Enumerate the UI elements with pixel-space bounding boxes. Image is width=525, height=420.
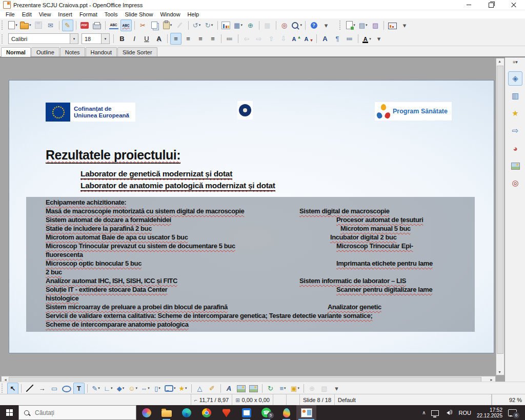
close-button[interactable] (502, 0, 525, 10)
new-slide-button[interactable]: ▾ (345, 19, 356, 31)
menu-view[interactable]: View (35, 11, 55, 18)
page-style-cell[interactable]: Default (335, 394, 492, 406)
clock[interactable]: 17:52 22.12.2025 (477, 407, 502, 418)
chevron-down-icon[interactable]: ▾ (101, 34, 109, 44)
insert-table-button[interactable]: ▦▾ (233, 19, 244, 31)
underline-button[interactable]: U (141, 33, 152, 45)
restore-button[interactable] (480, 0, 502, 10)
dropdown-arrow-icon[interactable]: ▾ (174, 386, 176, 390)
toolbar-grip[interactable] (2, 21, 5, 30)
bullets-numbering-button[interactable]: ≔ (344, 33, 355, 45)
taskbar-edge-button[interactable] (176, 405, 196, 420)
dropdown-arrow-icon[interactable]: ▾ (111, 386, 113, 390)
align-left-button[interactable]: ≡ (170, 33, 181, 45)
vertical-scrollbar[interactable]: ▴ ▾ (496, 58, 504, 375)
menu-insert[interactable]: Insert (54, 11, 76, 18)
fontwork-button[interactable]: A (224, 383, 235, 394)
edit-points-button[interactable]: △ (194, 383, 206, 394)
undo-button[interactable]: ↺▾ (191, 19, 203, 31)
auto-spellcheck-button[interactable]: ABC (120, 19, 132, 31)
arrange-button[interactable]: ▣▾ (290, 383, 301, 394)
basic-shapes-button[interactable]: ◆▾ (115, 383, 126, 394)
toolbar-more-button[interactable]: ▾ (331, 383, 342, 394)
symbol-shapes-button[interactable]: ☺▾ (127, 383, 138, 394)
menu-slide-show[interactable]: Slide Show (121, 11, 156, 18)
paste-button[interactable]: ▾ (162, 19, 173, 31)
arrow-button[interactable]: → (36, 383, 48, 394)
toolbar-grip[interactable] (2, 34, 5, 44)
new-document-button[interactable]: ▾ (7, 19, 18, 31)
scroll-up-icon[interactable]: ▴ (496, 59, 503, 64)
redo-button[interactable]: ↻▾ (204, 19, 215, 31)
taskbar-chrome-button[interactable] (196, 405, 216, 420)
taskbar-whatsapp-button[interactable]: ☎5 (256, 405, 276, 420)
dropdown-arrow-icon[interactable]: ▾ (369, 37, 371, 41)
picture-from-file-button[interactable] (236, 383, 247, 394)
dropdown-arrow-icon[interactable]: ▾ (185, 386, 187, 390)
start-button[interactable] (0, 405, 18, 420)
print-button[interactable] (91, 19, 103, 31)
slide-subtitle-2[interactable]: Laborator de anatomie patologică moderni… (80, 181, 275, 190)
notification-center-icon[interactable]: 6 (508, 409, 517, 416)
paragraph-dialog-button[interactable]: ¶ (332, 33, 343, 45)
connector-button[interactable]: ∟▾ (103, 383, 114, 394)
callouts-button[interactable]: ▾ (164, 383, 176, 394)
search-input[interactable] (34, 409, 118, 417)
copy-button[interactable] (150, 19, 161, 31)
insert-chart-button[interactable] (220, 19, 232, 31)
taskbar-impress-button[interactable] (296, 405, 316, 420)
alignment-button[interactable]: ≡▾ (277, 383, 289, 394)
sidebar-tab-custom-animation[interactable]: ★ (508, 106, 522, 121)
font-name-select[interactable]: Calibri ▾ (8, 33, 78, 44)
taskbar-paint-drop-button[interactable] (276, 405, 296, 420)
export-pdf-button[interactable]: PDF (79, 19, 90, 31)
minimize-button[interactable] (457, 0, 480, 10)
navigator-button[interactable]: ◎ (279, 19, 290, 31)
font-size-select[interactable]: 18 ▾ (82, 33, 110, 44)
menu-window[interactable]: Window (156, 11, 184, 18)
toolbar-more-button[interactable]: ▾ (320, 19, 332, 31)
increase-font-button[interactable]: A (290, 33, 301, 45)
dropdown-arrow-icon[interactable]: ▾ (170, 23, 172, 27)
toolbar-grip[interactable] (339, 21, 343, 30)
slide-layout-button[interactable]: ▤▾ (357, 19, 369, 31)
sidebar-tab-styles[interactable]: ◕ (508, 141, 522, 155)
sidebar-tab-master-pages[interactable]: ▥ (508, 89, 522, 103)
dropdown-arrow-icon[interactable]: ▾ (240, 23, 243, 27)
bullets-on-off-button[interactable]: ≔ (224, 33, 235, 45)
bold-button[interactable]: B (116, 33, 128, 45)
dropdown-arrow-icon[interactable]: ▾ (123, 386, 125, 390)
shadow-text-button[interactable]: A (153, 33, 165, 45)
menu-file[interactable]: File (2, 11, 18, 18)
email-document-button[interactable]: ✉ (45, 19, 56, 31)
taskbar-search[interactable] (18, 405, 136, 420)
block-arrows-button[interactable]: ⇔▾ (139, 383, 151, 394)
stars-button[interactable]: ★▾ (177, 383, 189, 394)
toolbar-more-button[interactable]: ▾ (399, 19, 410, 31)
language-indicator[interactable]: ROU (458, 410, 471, 416)
vertical-scroll-thumb[interactable] (497, 66, 503, 354)
flowcharts-button[interactable]: ▯▾ (152, 383, 163, 394)
tab-notes[interactable]: Notes (60, 47, 85, 56)
taskbar-mail-button[interactable] (236, 405, 256, 420)
menu-edit[interactable]: Edit (18, 11, 35, 18)
sidebar-tab-properties[interactable]: ◈ (508, 71, 522, 86)
gallery-button[interactable] (248, 383, 259, 394)
edit-mode-button[interactable]: ✎ (62, 19, 73, 31)
tab-normal[interactable]: Normal (1, 47, 31, 57)
scroll-down-icon[interactable]: ▾ (496, 370, 503, 374)
network-icon[interactable] (431, 410, 439, 416)
dropdown-arrow-icon[interactable]: ▾ (211, 23, 213, 27)
dropdown-arrow-icon[interactable]: ▾ (300, 23, 302, 27)
taskbar-file-explorer-button[interactable] (156, 405, 176, 420)
help-button[interactable]: ? (308, 19, 319, 31)
menu-format[interactable]: Format (76, 11, 101, 18)
spellcheck-button[interactable]: ABC (108, 19, 119, 31)
cut-button[interactable]: ✂ (137, 19, 149, 31)
taskbar-copilot-button[interactable] (136, 405, 156, 420)
slide-canvas[interactable]: Cofinanțat de Uniunea Europeană Program … (9, 80, 494, 353)
dropdown-arrow-icon[interactable]: ▾ (98, 386, 100, 390)
tab-slide-sorter[interactable]: Slide Sorter (117, 47, 157, 56)
volume-icon[interactable] (445, 410, 453, 416)
dropdown-arrow-icon[interactable]: ▾ (366, 23, 368, 27)
